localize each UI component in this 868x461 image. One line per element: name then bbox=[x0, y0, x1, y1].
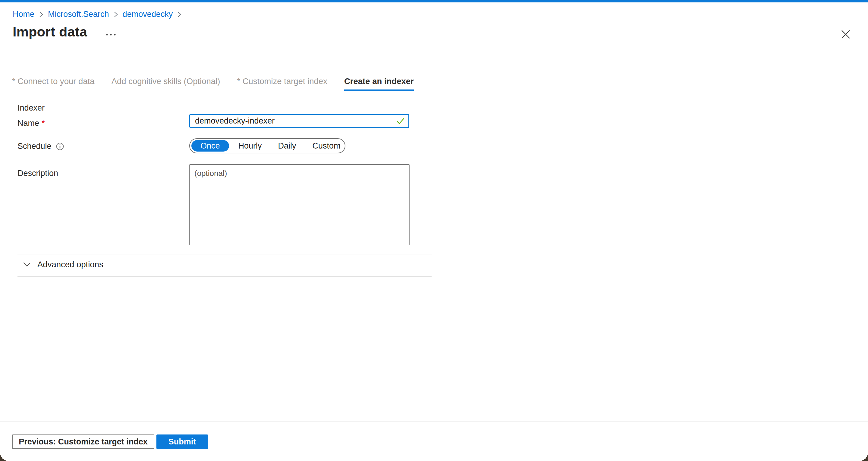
previous-step-button[interactable]: Previous: Customize target index bbox=[12, 434, 154, 449]
tab-connect-to-your-data[interactable]: * Connect to your data bbox=[12, 76, 95, 91]
advanced-options-label: Advanced options bbox=[37, 260, 103, 269]
info-circle-icon[interactable] bbox=[56, 142, 64, 151]
schedule-option-once[interactable]: Once bbox=[191, 140, 229, 152]
breadcrumb-link-home[interactable]: Home bbox=[13, 10, 34, 19]
schedule-option-hourly[interactable]: Hourly bbox=[230, 141, 270, 151]
close-icon[interactable] bbox=[840, 28, 852, 40]
footer-divider bbox=[0, 422, 868, 422]
divider bbox=[18, 276, 432, 277]
name-label-text: Name bbox=[18, 119, 39, 128]
divider bbox=[18, 255, 432, 255]
chevron-right-icon bbox=[39, 11, 43, 18]
chevron-down-icon bbox=[23, 262, 31, 267]
required-asterisk: * bbox=[41, 119, 45, 128]
tab-add-cognitive-skills[interactable]: Add cognitive skills (Optional) bbox=[112, 76, 220, 91]
submit-button[interactable]: Submit bbox=[156, 434, 208, 449]
breadcrumb-link-microsoft-search[interactable]: Microsoft.Search bbox=[48, 10, 109, 19]
window-corner-artifact bbox=[860, 453, 868, 461]
schedule-label-text: Schedule bbox=[18, 142, 52, 151]
schedule-option-daily[interactable]: Daily bbox=[270, 141, 304, 151]
description-label: Description bbox=[18, 169, 58, 178]
description-label-text: Description bbox=[18, 169, 58, 178]
page-title: Import data bbox=[13, 24, 87, 40]
wizard-tabs: * Connect to your data Add cognitive ski… bbox=[12, 76, 414, 91]
schedule-option-custom[interactable]: Custom bbox=[304, 141, 349, 151]
name-label: Name * bbox=[18, 119, 45, 128]
name-field-wrapper bbox=[189, 114, 409, 128]
name-input[interactable] bbox=[189, 114, 409, 128]
ellipsis-icon[interactable] bbox=[104, 30, 118, 39]
breadcrumb-link-demovedecky[interactable]: demovedecky bbox=[123, 10, 173, 19]
description-textarea[interactable] bbox=[189, 164, 410, 245]
chevron-right-icon bbox=[178, 11, 181, 18]
section-title-indexer: Indexer bbox=[18, 103, 44, 113]
advanced-options-toggle[interactable]: Advanced options bbox=[23, 260, 103, 269]
tab-customize-target-index[interactable]: * Customize target index bbox=[237, 76, 327, 91]
top-accent-bar bbox=[0, 0, 868, 2]
tab-create-an-indexer[interactable]: Create an indexer bbox=[344, 76, 414, 91]
window-corner-artifact bbox=[0, 453, 8, 461]
chevron-right-icon bbox=[114, 11, 118, 18]
schedule-toggle-group: Once Hourly Daily Custom bbox=[189, 138, 345, 153]
schedule-label: Schedule bbox=[18, 142, 64, 151]
breadcrumb: Home Microsoft.Search demovedecky bbox=[13, 10, 186, 19]
